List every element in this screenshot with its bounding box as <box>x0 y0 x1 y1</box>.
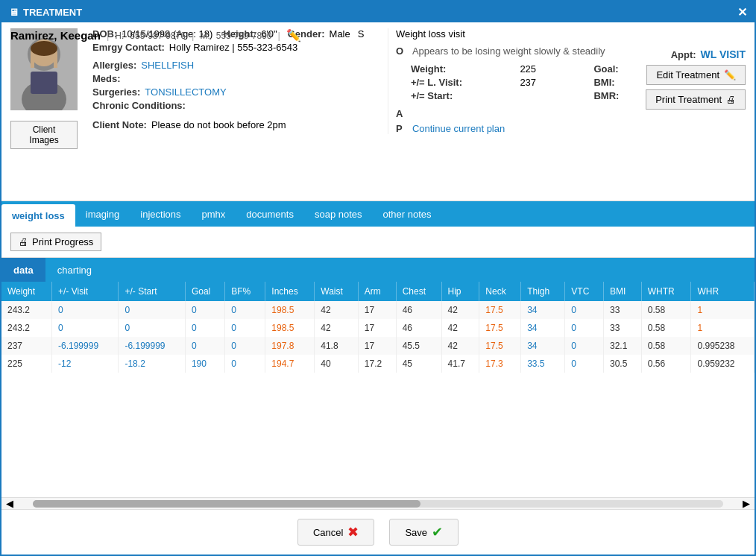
cell-weight: 243.2 <box>1 301 52 319</box>
save-label: Save <box>405 527 427 538</box>
tabs-bar: weight loss imaging injections pmhx docu… <box>1 201 755 227</box>
cell-hip: 41.7 <box>441 355 479 373</box>
cell-whtr: 0.58 <box>641 319 691 337</box>
mobile-phone-label: M: <box>200 31 210 41</box>
patient-header: Client Images DOB: 10/15/1998 (Age: 18) … <box>1 22 755 201</box>
table-body: 243.20000198.54217464217.5340330.581243.… <box>1 301 755 373</box>
cell-chest: 45 <box>396 355 441 373</box>
col-bf: BF% <box>225 282 265 301</box>
cell-whr: 1 <box>691 319 755 337</box>
printer-icon: 🖨 <box>19 236 28 247</box>
cell-weight: 243.2 <box>1 319 52 337</box>
tab-other-notes[interactable]: other notes <box>373 201 442 227</box>
cell-weight: 237 <box>1 337 52 355</box>
edit-treatment-label: Edit Treatment <box>656 69 719 80</box>
tab-weight-loss[interactable]: weight loss <box>1 204 75 227</box>
tab-pmhx[interactable]: pmhx <box>192 201 236 227</box>
tab-injections[interactable]: injections <box>130 201 191 227</box>
cell-whr: 0.995238 <box>691 337 755 355</box>
print-treatment-button[interactable]: Print Treatment 🖨 <box>646 89 746 110</box>
print-progress-button[interactable]: 🖨 Print Progress <box>10 233 101 251</box>
cell-chest: 46 <box>396 319 441 337</box>
col-bmi: BMI <box>603 282 641 301</box>
print-progress-label: Print Progress <box>32 236 93 247</box>
data-table-container[interactable]: Weight +/- Visit +/- Start Goal BF% Inch… <box>1 282 755 497</box>
cell-thigh: 34 <box>521 301 565 319</box>
sub-tab-data[interactable]: data <box>1 258 45 282</box>
appt-label: Appt: <box>671 49 696 60</box>
allergies-row: Allergies: SHELLFISH <box>92 60 377 71</box>
cell-neck: 17.3 <box>479 355 521 373</box>
col-whtr: WHTR <box>641 282 691 301</box>
cell-goal: 0 <box>185 337 224 355</box>
cell-bf: 0 <box>225 355 265 373</box>
cell-bf: 0 <box>225 337 265 355</box>
action-panel: Appt: WL VISIT Edit Treatment ✏️ Print T… <box>646 48 746 110</box>
scroll-left-icon[interactable]: ◀ <box>1 498 18 509</box>
weight-label: Weight: <box>411 63 509 75</box>
cell-neck: 17.5 <box>479 301 521 319</box>
cell-weight: 225 <box>1 355 52 373</box>
edit-treatment-button[interactable]: Edit Treatment ✏️ <box>646 65 746 85</box>
surgeries-value: TONSILLECTOMY <box>145 86 226 98</box>
scrollbar-thumb[interactable] <box>33 500 420 508</box>
cancel-button[interactable]: Cancel ✖ <box>297 519 374 546</box>
col-whr: WHR <box>691 282 755 301</box>
toolbar: 🖨 Print Progress <box>1 227 755 258</box>
col-start: +/- Start <box>119 282 185 301</box>
cell-arm: 17.2 <box>358 355 396 373</box>
surgeries-label: Surgeries: <box>92 86 140 98</box>
sub-tab-charting[interactable]: charting <box>45 258 104 282</box>
col-goal: Goal <box>185 282 224 301</box>
cell-whr: 0.959232 <box>691 355 755 373</box>
soap-p-letter: P <box>396 123 408 134</box>
table-row: 237-6.199999-6.19999900197.841.81745.542… <box>1 337 755 355</box>
scrollbar-area[interactable]: ◀ ▶ <box>1 497 755 509</box>
cell-neck: 17.5 <box>479 337 521 355</box>
tab-soap-notes[interactable]: soap notes <box>304 201 373 227</box>
soap-a-row: A <box>396 108 746 119</box>
edit-icon[interactable]: ✏️ <box>286 28 301 42</box>
cell-thigh: 34 <box>521 337 565 355</box>
cell-hip: 42 <box>441 301 479 319</box>
scrollbar-track[interactable] <box>33 500 723 508</box>
col-weight: Weight <box>1 282 52 301</box>
visit-type-row: Weight loss visit <box>396 28 746 40</box>
cell-bmi: 30.5 <box>603 355 641 373</box>
close-button[interactable]: ✕ <box>737 5 747 19</box>
tab-documents[interactable]: documents <box>236 201 304 227</box>
patient-name: Ramirez, Keegan <box>10 29 101 42</box>
chronic-label: Chronic Conditions: <box>92 100 186 111</box>
svg-rect-5 <box>31 54 34 68</box>
cell-goal: 0 <box>185 301 224 319</box>
cell-goal: 0 <box>185 319 224 337</box>
start-plus-value <box>520 90 583 101</box>
col-chest: Chest <box>396 282 441 301</box>
col-inches: Inches <box>265 282 315 301</box>
cancel-label: Cancel <box>313 527 343 538</box>
visit-type: Weight loss visit <box>396 28 465 40</box>
start-plus-label: +/= Start: <box>411 90 509 101</box>
cell-start: 0 <box>119 319 185 337</box>
cell-visit: -12 <box>52 355 119 373</box>
cell-vtc: 0 <box>565 337 604 355</box>
client-images-button[interactable]: Client Images <box>10 121 78 149</box>
content-area: 🖨 Print Progress data charting Weight +/… <box>1 227 755 509</box>
appt-row: Appt: WL VISIT <box>671 48 746 60</box>
tab-imaging[interactable]: imaging <box>75 201 130 227</box>
footer: Cancel ✖ Save ✔ <box>1 509 755 555</box>
appt-value: WL VISIT <box>701 48 746 60</box>
status-value: S <box>358 28 365 40</box>
cell-start: 0 <box>119 301 185 319</box>
svg-rect-7 <box>31 72 57 94</box>
edit-treatment-icon: ✏️ <box>724 69 736 80</box>
scroll-right-icon[interactable]: ▶ <box>738 498 755 509</box>
title-bar: 🖥 TREATMENT ✕ <box>1 1 755 22</box>
table-header-row: Weight +/- Visit +/- Start Goal BF% Inch… <box>1 282 755 301</box>
cell-waist: 42 <box>315 301 359 319</box>
mobile-phone: 555-789-7890 <box>216 31 272 41</box>
cell-goal: 190 <box>185 355 224 373</box>
patient-info-section: DOB: 10/15/1998 (Age: 18) Height: 6'0" G… <box>85 28 377 130</box>
separator2: | <box>192 30 194 41</box>
save-button[interactable]: Save ✔ <box>389 519 459 546</box>
